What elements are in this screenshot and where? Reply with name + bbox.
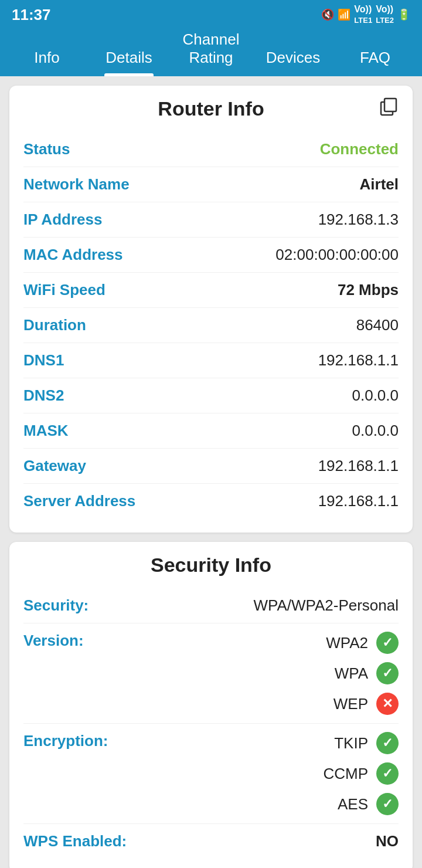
wep-name: WEP xyxy=(333,695,368,713)
wifi-speed-value: 72 Mbps xyxy=(338,281,399,299)
wifi-speed-label: WiFi Speed xyxy=(23,281,106,299)
wpa-name: WPA xyxy=(335,664,368,683)
mute-icon: 🔇 xyxy=(321,8,334,21)
router-status-row: Status Connected xyxy=(23,132,399,167)
tab-info[interactable]: Info xyxy=(6,49,88,76)
security-label: Security: xyxy=(23,596,89,615)
wpa-badge: ✓ xyxy=(376,662,399,684)
dns1-value: 192.168.1.1 xyxy=(318,351,399,369)
wpa-item: WPA ✓ xyxy=(335,662,399,684)
server-address-value: 192.168.1.1 xyxy=(318,492,399,510)
dns2-row: DNS2 0.0.0.0 xyxy=(23,378,399,413)
status-label: Status xyxy=(23,140,70,158)
network-name-row: Network Name Airtel xyxy=(23,167,399,202)
router-info-title: Router Info xyxy=(23,97,399,120)
aes-name: AES xyxy=(338,795,368,813)
status-bar: 11:37 🔇 📶 Vo))LTE1 Vo))LTE2 🔋 xyxy=(0,0,422,29)
duration-value: 86400 xyxy=(356,316,399,334)
mac-address-label: MAC Address xyxy=(23,246,123,264)
ccmp-item: CCMP ✓ xyxy=(323,762,399,785)
mask-row: MASK 0.0.0.0 xyxy=(23,413,399,449)
wifi-icon: 📶 xyxy=(338,8,350,21)
tab-devices[interactable]: Devices xyxy=(252,49,334,76)
content-area: Router Info Status Connected Network Nam… xyxy=(0,76,422,868)
tab-details[interactable]: Details xyxy=(88,49,170,76)
copy-icon[interactable] xyxy=(380,97,399,120)
wifi-speed-row: WiFi Speed 72 Mbps xyxy=(23,273,399,308)
duration-label: Duration xyxy=(23,316,86,334)
mask-label: MASK xyxy=(23,422,69,440)
aes-badge: ✓ xyxy=(376,793,399,815)
svg-rect-1 xyxy=(384,99,396,111)
gateway-value: 192.168.1.1 xyxy=(318,457,399,475)
mac-address-row: MAC Address 02:00:00:00:00:00 xyxy=(23,238,399,273)
ip-address-row: IP Address 192.168.1.3 xyxy=(23,202,399,238)
tab-bar: Info Details Channel Rating Devices FAQ xyxy=(0,29,422,76)
wep-item: WEP ✕ xyxy=(333,693,399,715)
version-list: WPA2 ✓ WPA ✓ WEP ✕ xyxy=(326,632,399,715)
status-time: 11:37 xyxy=(12,6,51,24)
wpa2-name: WPA2 xyxy=(326,634,368,652)
mask-value: 0.0.0.0 xyxy=(352,422,399,440)
wpa2-badge: ✓ xyxy=(376,632,399,654)
security-value: WPA/WPA2-Personal xyxy=(253,596,399,615)
wep-badge: ✕ xyxy=(376,693,399,715)
tkip-item: TKIP ✓ xyxy=(334,732,399,754)
tkip-name: TKIP xyxy=(334,734,368,752)
mac-address-value: 02:00:00:00:00:00 xyxy=(275,246,399,264)
security-type-row: Security: WPA/WPA2-Personal xyxy=(23,588,399,623)
status-icons: 🔇 📶 Vo))LTE1 Vo))LTE2 🔋 xyxy=(321,4,410,25)
wpa2-item: WPA2 ✓ xyxy=(326,632,399,654)
wps-value: NO xyxy=(376,832,399,850)
version-label: Version: xyxy=(23,632,84,650)
ip-address-value: 192.168.1.3 xyxy=(318,211,399,229)
dns2-label: DNS2 xyxy=(23,386,64,405)
ccmp-badge: ✓ xyxy=(376,762,399,785)
duration-row: Duration 86400 xyxy=(23,308,399,343)
version-row: Version: WPA2 ✓ WPA ✓ WEP ✕ xyxy=(23,623,399,724)
signal-lte2: Vo))LTE2 xyxy=(376,4,394,25)
wps-label: WPS Enabled: xyxy=(23,832,127,850)
security-info-card: Security Info Security: WPA/WPA2-Persona… xyxy=(9,542,413,868)
encryption-label: Encryption: xyxy=(23,732,108,750)
dns1-label: DNS1 xyxy=(23,351,64,369)
server-address-row: Server Address 192.168.1.1 xyxy=(23,484,399,518)
dns1-row: DNS1 192.168.1.1 xyxy=(23,343,399,378)
status-value: Connected xyxy=(320,140,399,158)
ip-address-label: IP Address xyxy=(23,211,102,229)
tab-faq[interactable]: FAQ xyxy=(334,49,416,76)
ccmp-name: CCMP xyxy=(323,765,368,783)
network-name-label: Network Name xyxy=(23,175,130,194)
battery-icon: 🔋 xyxy=(397,8,410,21)
tkip-badge: ✓ xyxy=(376,732,399,754)
gateway-label: Gateway xyxy=(23,457,86,475)
dns2-value: 0.0.0.0 xyxy=(352,386,399,405)
server-address-label: Server Address xyxy=(23,492,135,510)
tab-channel-rating[interactable]: Channel Rating xyxy=(170,30,252,76)
security-info-title: Security Info xyxy=(23,554,399,577)
wps-row: WPS Enabled: NO xyxy=(23,824,399,859)
router-info-card: Router Info Status Connected Network Nam… xyxy=(9,86,413,533)
encryption-row: Encryption: TKIP ✓ CCMP ✓ AES ✓ xyxy=(23,724,399,824)
gateway-row: Gateway 192.168.1.1 xyxy=(23,449,399,484)
encryption-list: TKIP ✓ CCMP ✓ AES ✓ xyxy=(323,732,399,815)
aes-item: AES ✓ xyxy=(338,793,399,815)
signal-lte1: Vo))LTE1 xyxy=(354,4,372,25)
network-name-value: Airtel xyxy=(360,175,399,194)
